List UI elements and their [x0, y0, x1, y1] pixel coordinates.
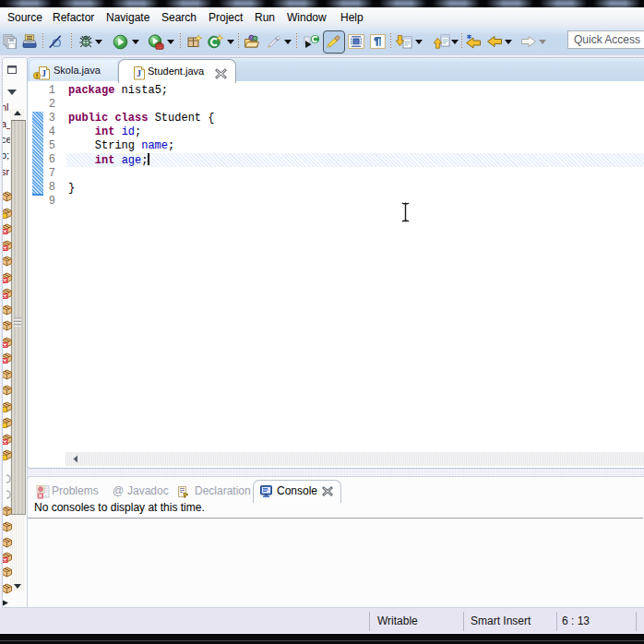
svg-text:J: J [137, 68, 141, 78]
svg-text:J: J [42, 68, 46, 78]
